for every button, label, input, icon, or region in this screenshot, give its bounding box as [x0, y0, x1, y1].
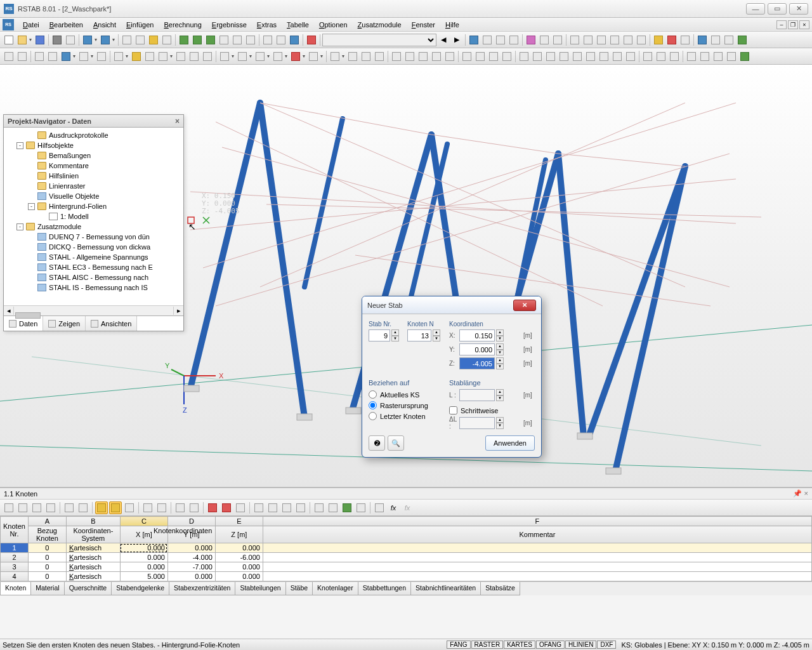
cell-z[interactable]: -6.000 [215, 553, 263, 562]
row-header[interactable]: 1 [1, 543, 29, 553]
menu-fenster[interactable]: Fenster [407, 19, 440, 30]
print-button[interactable] [51, 34, 63, 46]
knoten-spin-up[interactable]: ▲ [433, 329, 440, 336]
tree-item[interactable]: Bemaßungen [5, 151, 182, 160]
tb-btn-y[interactable] [608, 34, 621, 46]
tt-i[interactable] [123, 501, 136, 514]
status-toggle-ofang[interactable]: OFANG [536, 640, 565, 649]
tt-x[interactable] [373, 501, 386, 514]
tt-s[interactable] [280, 501, 293, 514]
tb2-ar[interactable] [655, 50, 667, 63]
tb2-ag[interactable] [501, 50, 513, 63]
tt-u[interactable] [313, 501, 325, 514]
tb-btn-g[interactable] [204, 34, 217, 46]
tt-o[interactable] [220, 501, 233, 514]
menu-zusatzmodule[interactable]: Zusatzmodule [353, 19, 407, 30]
tt-l[interactable] [174, 501, 187, 514]
close-button[interactable]: ✕ [789, 3, 808, 15]
tb-btn-k[interactable] [261, 34, 274, 46]
tb2-aj[interactable] [544, 50, 557, 63]
table-tab-knoten[interactable]: Knoten [0, 582, 31, 595]
hdr-x[interactable]: X [m] [120, 526, 167, 543]
tb-btn-ab[interactable] [652, 34, 665, 46]
cell-ks[interactable]: Kartesisch [66, 572, 120, 581]
cell-ks[interactable]: Kartesisch [66, 543, 120, 553]
tt-k[interactable] [155, 501, 168, 514]
tb2-u[interactable] [329, 50, 341, 63]
menu-berechnung[interactable]: Berechnung [159, 19, 206, 30]
tb2-s[interactable] [289, 50, 302, 63]
cell-x[interactable]: 5.000 [120, 572, 167, 581]
cell-comment[interactable] [263, 543, 811, 553]
table-pin-icon[interactable]: 📌 [793, 489, 802, 498]
tb2-q[interactable] [254, 50, 266, 63]
print-preview-button[interactable] [64, 34, 77, 46]
cell-z[interactable]: 0.000 [215, 562, 263, 572]
tb-btn-aa[interactable] [635, 34, 648, 46]
undo-button[interactable] [81, 34, 94, 46]
spin-up[interactable]: ▲ [496, 357, 504, 364]
tree-item[interactable]: - Zusatzmodule [5, 222, 182, 231]
tb2-au[interactable] [698, 50, 711, 63]
tt-e[interactable] [63, 501, 75, 514]
stab-spin-up[interactable]: ▲ [391, 329, 399, 336]
hdr-y[interactable]: Y [m] [167, 526, 215, 543]
cell-y[interactable]: -7.000 [167, 562, 215, 572]
tb2-r[interactable] [272, 50, 284, 63]
table-close-icon[interactable]: × [804, 489, 808, 498]
table-tab-material[interactable]: Material [30, 582, 64, 595]
cell-ks[interactable]: Kartesisch [66, 553, 120, 562]
cell-z[interactable]: 0.000 [215, 543, 263, 553]
table-tab-stabendgelenke[interactable]: Stabendgelenke [111, 582, 169, 595]
menu-bearbeiten[interactable]: Bearbeiten [44, 19, 88, 30]
stab-nr-input[interactable] [369, 329, 390, 342]
tb-btn-u[interactable] [551, 34, 564, 46]
tb2-aw[interactable] [725, 50, 738, 63]
tb2-ai[interactable] [531, 50, 544, 63]
tb2-l[interactable] [174, 50, 187, 63]
schrittweise-checkbox[interactable] [449, 406, 457, 415]
tb2-z[interactable] [403, 50, 416, 63]
tt-m[interactable] [188, 501, 200, 514]
tree-item[interactable]: DICKQ - Bemessung von dickwa [5, 242, 182, 251]
tree-item[interactable]: Visuelle Objekte [5, 192, 182, 201]
tb-btn-p[interactable] [481, 34, 494, 46]
lc-next[interactable]: ▶ [450, 34, 463, 46]
tree-item[interactable]: Ausdruckprotokolle [5, 131, 182, 140]
tb2-p[interactable] [236, 50, 249, 63]
tree-item[interactable]: - Hilfsobjekte [5, 141, 182, 150]
cell-ks[interactable]: Kartesisch [66, 562, 120, 572]
table-grid[interactable]: Knoten Nr. A B C D E F Bezug Knoten Koor… [0, 516, 812, 581]
spin-down[interactable]: ▼ [496, 364, 504, 370]
cell-comment[interactable] [263, 562, 811, 572]
dialog-pick-button[interactable]: 🔍 [388, 435, 404, 451]
tree-toggle-icon[interactable]: - [28, 203, 35, 210]
status-toggle-raster[interactable]: RASTER [471, 640, 504, 649]
tb2-i[interactable] [130, 50, 143, 63]
table-tab-stabteilungen[interactable]: Stabteilungen [235, 582, 285, 595]
tb2-x[interactable] [373, 50, 386, 63]
tb2-w[interactable] [360, 50, 372, 63]
tb2-b[interactable] [16, 50, 29, 63]
maximize-button[interactable]: ▭ [768, 3, 787, 15]
knoten-nr-input[interactable] [407, 329, 431, 342]
tt-b[interactable] [16, 501, 29, 514]
new-file-button[interactable] [3, 34, 15, 46]
tb-btn-ac[interactable] [665, 34, 678, 46]
tb-btn-c[interactable] [147, 34, 160, 46]
tb2-y[interactable] [390, 50, 403, 63]
spin-up[interactable]: ▲ [496, 343, 504, 350]
menu-hilfe[interactable]: Hilfe [440, 19, 464, 30]
tb-btn-a[interactable] [121, 34, 133, 46]
cell-y[interactable]: 0.000 [167, 543, 215, 553]
minimize-button[interactable]: — [746, 3, 765, 15]
cell-y[interactable]: 0.000 [167, 572, 215, 581]
tt-d[interactable] [44, 501, 57, 514]
tb2-aa[interactable] [417, 50, 429, 63]
tb2-k[interactable] [157, 50, 169, 63]
lc-prev[interactable]: ◀ [437, 34, 450, 46]
cell-x[interactable]: 0.000 [120, 562, 167, 572]
table-tab-stabbettungen[interactable]: Stabbettungen [358, 582, 411, 595]
tb-btn-e[interactable] [178, 34, 190, 46]
hdr-komm[interactable]: Kommentar [263, 526, 811, 543]
